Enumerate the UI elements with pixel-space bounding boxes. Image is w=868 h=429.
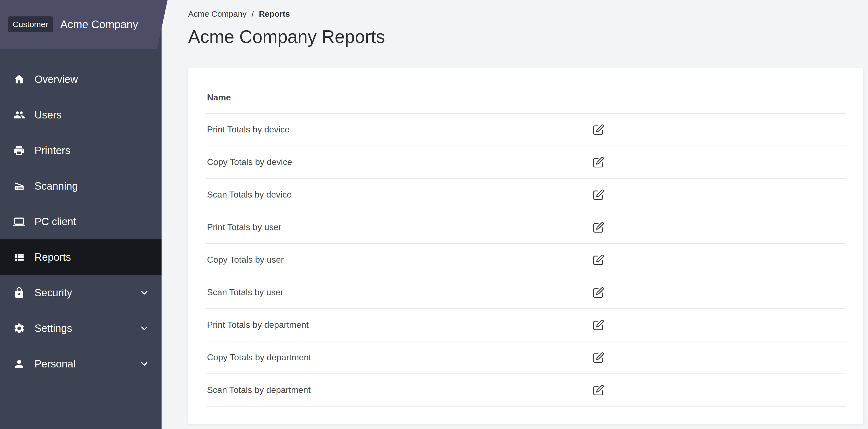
sidebar-item-label: Settings [34, 323, 72, 334]
users-icon [13, 109, 25, 121]
chevron-down-icon [139, 288, 150, 298]
sidebar-item-reports[interactable]: Reports [0, 239, 161, 275]
edit-report-button[interactable] [590, 316, 607, 334]
chevron-down-icon [139, 359, 150, 369]
sidebar-header: Customer Acme Company [0, 0, 167, 49]
table-row: Scan Totals by user [207, 276, 846, 309]
edit-report-button[interactable] [590, 349, 607, 366]
edit-report-button[interactable] [590, 121, 607, 138]
report-name: Copy Totals by department [207, 352, 590, 363]
table-row: Scan Totals by department [207, 374, 846, 406]
sidebar-item-label: Users [34, 109, 62, 121]
edit-icon [593, 124, 604, 135]
sidebar-item-label: Reports [34, 252, 71, 263]
sidebar-item-scanning[interactable]: Scanning [0, 168, 161, 204]
report-name: Print Totals by user [207, 222, 590, 232]
edit-report-button[interactable] [590, 219, 607, 236]
monitor-icon [13, 216, 25, 228]
sidebar-item-label: Printers [34, 145, 70, 157]
chevron-down-icon [139, 323, 150, 333]
report-name: Copy Totals by device [207, 157, 590, 167]
table-icon [13, 251, 25, 263]
customer-name: Acme Company [60, 18, 138, 31]
report-name: Print Totals by device [207, 125, 590, 135]
report-name: Scan Totals by device [207, 190, 590, 200]
customer-badge: Customer [8, 16, 53, 32]
breadcrumb-current: Reports [259, 9, 290, 18]
edit-icon [593, 157, 604, 168]
page-title: Acme Company Reports [188, 26, 863, 47]
table-row: Print Totals by device [207, 113, 846, 146]
report-name: Scan Totals by department [207, 385, 590, 395]
edit-icon [593, 287, 604, 298]
sidebar-nav: Overview Users Printers Scanning PC clie [0, 62, 161, 382]
main-content: Acme Company / Reports Acme Company Repo… [161, 0, 868, 429]
table-row: Scan Totals by device [207, 179, 846, 211]
table-row: Copy Totals by department [207, 341, 846, 374]
edit-report-button[interactable] [590, 284, 607, 301]
report-name: Copy Totals by user [207, 255, 590, 265]
edit-icon [593, 385, 604, 396]
sidebar-item-overview[interactable]: Overview [0, 62, 161, 97]
edit-icon [593, 319, 604, 331]
edit-icon [593, 254, 604, 266]
home-icon [13, 73, 25, 86]
reports-card: Name Print Totals by device Copy Totals … [188, 68, 863, 424]
sidebar-item-label: Security [34, 287, 72, 299]
edit-report-button[interactable] [590, 154, 607, 171]
sidebar-item-personal[interactable]: Personal [0, 346, 161, 382]
sidebar-item-printers[interactable]: Printers [0, 133, 161, 168]
sidebar-item-label: Personal [34, 358, 75, 370]
gear-icon [13, 322, 25, 334]
table-row: Copy Totals by device [207, 146, 846, 179]
sidebar: Customer Acme Company Overview Users Pri… [0, 0, 161, 429]
sidebar-item-security[interactable]: Security [0, 275, 161, 310]
edit-report-button[interactable] [590, 382, 607, 399]
table-row: Print Totals by department [207, 309, 846, 341]
sidebar-item-pc-client[interactable]: PC client [0, 204, 161, 239]
sidebar-item-label: Scanning [34, 180, 78, 192]
sidebar-item-label: PC client [34, 216, 76, 228]
edit-report-button[interactable] [590, 251, 607, 269]
edit-icon [593, 222, 604, 233]
breadcrumb: Acme Company / Reports [188, 9, 863, 19]
table-row: Copy Totals by user [207, 244, 846, 276]
scanner-icon [13, 180, 25, 192]
sidebar-item-users[interactable]: Users [0, 97, 161, 133]
table-column-header-name: Name [207, 68, 846, 113]
lock-icon [13, 287, 25, 299]
edit-icon [593, 189, 604, 201]
edit-report-button[interactable] [590, 186, 607, 203]
breadcrumb-separator: / [252, 9, 254, 18]
sidebar-item-settings[interactable]: Settings [0, 310, 161, 346]
person-icon [13, 358, 25, 370]
report-name: Scan Totals by user [207, 287, 590, 297]
printer-icon [13, 144, 25, 157]
table-row: Print Totals by user [207, 211, 846, 244]
edit-icon [593, 352, 604, 363]
sidebar-item-label: Overview [34, 74, 78, 86]
breadcrumb-parent-link[interactable]: Acme Company [188, 9, 246, 18]
report-name: Print Totals by department [207, 320, 590, 330]
